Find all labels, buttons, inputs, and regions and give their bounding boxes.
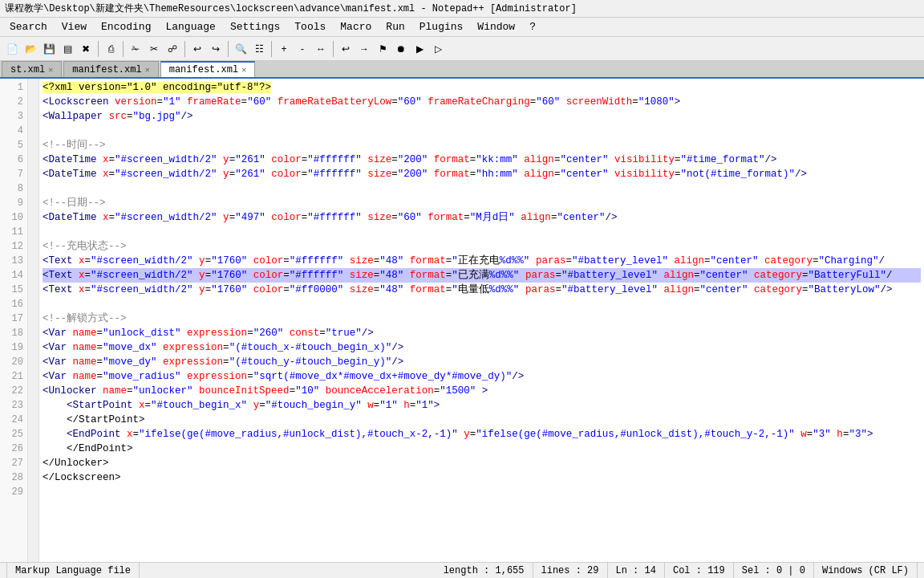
tab-bar: st.xml ✕ manifest.xml ✕ manifest.xml ✕ [0, 61, 924, 79]
status-sel: Sel : 0 | 0 [734, 563, 814, 578]
save-button[interactable]: 💾 [40, 40, 58, 58]
menu-plugins[interactable]: Plugins [413, 19, 470, 35]
tab-close-2[interactable]: ✕ [241, 65, 246, 75]
sep5 [271, 41, 272, 57]
zoom-in-button[interactable]: + [275, 40, 293, 58]
bookmark-button[interactable]: ⚑ [374, 40, 391, 58]
menu-search[interactable]: Search [3, 19, 54, 35]
macro-record-button[interactable]: ⏺ [392, 40, 410, 58]
sep4 [228, 41, 229, 57]
title-text: 课程教学\Desktop\新建文件夹\ThemeResources\locksc… [5, 2, 577, 15]
macro-play-button[interactable]: ▶ [411, 40, 428, 58]
tab-label-2: manifest.xml [169, 64, 238, 75]
title-bar: 课程教学\Desktop\新建文件夹\ThemeResources\locksc… [0, 0, 924, 18]
sep6 [333, 41, 334, 57]
code-area[interactable]: <?xml version="1.0" encoding="utf-8"?> <… [39, 79, 924, 562]
sep2 [123, 41, 124, 57]
status-col: Col : 119 [665, 563, 734, 578]
status-ln: Ln : 14 [608, 563, 665, 578]
new-button[interactable]: 📄 [3, 40, 21, 58]
find-button[interactable]: 🔍 [232, 40, 249, 58]
macro-run-button[interactable]: ▷ [429, 40, 447, 58]
sep3 [184, 41, 185, 57]
save-all-button[interactable]: ▤ [59, 40, 76, 58]
menu-help[interactable]: ? [523, 19, 542, 35]
tab-1[interactable]: manifest.xml ✕ [63, 61, 158, 77]
open-button[interactable]: 📂 [22, 40, 39, 58]
find-replace-button[interactable]: ☷ [250, 40, 268, 58]
menu-window[interactable]: Window [471, 19, 521, 35]
close-button[interactable]: ✖ [77, 40, 95, 58]
status-lines: lines : 29 [533, 563, 608, 578]
tab-label-0: st.xml [10, 64, 45, 75]
copy-button[interactable]: ✂ [145, 40, 163, 58]
status-encoding: Windows (CR LF) [814, 563, 918, 578]
cut-button[interactable]: ✁ [127, 40, 144, 58]
menu-run[interactable]: Run [379, 19, 411, 35]
menu-tools[interactable]: Tools [288, 19, 332, 35]
menu-language[interactable]: Language [159, 19, 221, 35]
toolbar: 📄 📂 💾 ▤ ✖ ⎙ ✁ ✂ ☍ ↩ ↪ 🔍 ☷ + - ↔ ↩ → ⚑ ⏺ … [0, 37, 924, 61]
indent-button[interactable]: → [355, 40, 373, 58]
wordwrap-button[interactable]: ↩ [337, 40, 355, 58]
sep1 [98, 41, 99, 57]
tab-close-0[interactable]: ✕ [48, 65, 53, 75]
tab-label-1: manifest.xml [72, 64, 141, 75]
tab-2[interactable]: manifest.xml ✕ [160, 61, 255, 77]
sync-button[interactable]: ↔ [312, 40, 330, 58]
status-length: length : 1,655 [436, 563, 533, 578]
menu-macro[interactable]: Macro [334, 19, 378, 35]
line-numbers: 12345 678910 1112131415 1617181920 21222… [0, 79, 28, 562]
menu-bar: Search View Encoding Language Settings T… [0, 18, 924, 37]
undo-button[interactable]: ↩ [188, 40, 206, 58]
tab-close-1[interactable]: ✕ [145, 65, 150, 75]
menu-view[interactable]: View [55, 19, 93, 35]
editor: 12345 678910 1112131415 1617181920 21222… [0, 79, 924, 562]
menu-encoding[interactable]: Encoding [95, 19, 157, 35]
redo-button[interactable]: ↪ [207, 40, 225, 58]
status-bar: Markup Language file length : 1,655 line… [0, 562, 924, 578]
paste-button[interactable]: ☍ [164, 40, 181, 58]
zoom-out-button[interactable]: - [294, 40, 311, 58]
fold-column [28, 79, 39, 562]
print-button[interactable]: ⎙ [102, 40, 120, 58]
tab-0[interactable]: st.xml ✕ [2, 61, 62, 77]
status-filetype: Markup Language file [6, 563, 140, 578]
menu-settings[interactable]: Settings [224, 19, 286, 35]
